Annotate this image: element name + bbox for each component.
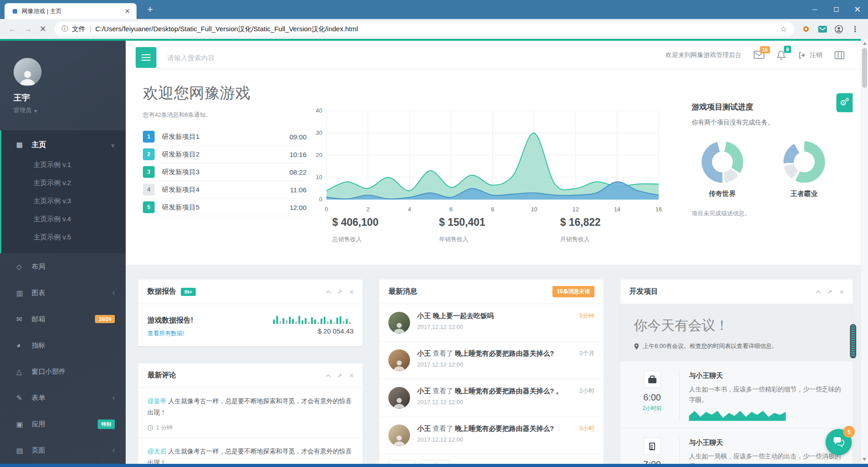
collapse-icon[interactable] [326, 290, 331, 294]
scrollbar-thumb[interactable] [862, 48, 867, 88]
profile-avatar-icon[interactable] [832, 25, 845, 33]
stat-value: $ 150,401 [439, 216, 485, 229]
task-row[interactable]: 1 研发新项目1 09:00 [143, 128, 307, 146]
search-input[interactable] [166, 47, 361, 68]
forward-button[interactable]: → [20, 21, 35, 37]
task-row[interactable]: 5 研发新项目5 12:00 [143, 199, 307, 216]
message-date: 2017.12.12 12:00 [417, 399, 574, 405]
browser-menu-icon[interactable]: ⋮ [851, 24, 859, 34]
mail-icon[interactable]: 16 [754, 51, 764, 59]
stat-label: 月销售收入 [560, 235, 601, 243]
chat-fab[interactable]: 5 [826, 429, 852, 455]
report-bars-sparkline [273, 312, 354, 324]
layout-columns-icon[interactable] [835, 51, 844, 59]
sidebar-subitem[interactable]: 主页示例 v.4 [1, 210, 126, 228]
close-icon[interactable]: × [349, 288, 354, 295]
back-button[interactable]: ← [5, 21, 20, 37]
report-headline: 游戏数据报告! [147, 316, 193, 325]
message-date: 2017.12.12 12:00 [417, 361, 574, 368]
accent-topline [0, 39, 868, 41]
extension-mail-icon[interactable] [816, 26, 829, 33]
logout-button[interactable]: 注销 [798, 51, 822, 59]
custom-scrollbar-thumb[interactable] [850, 324, 856, 358]
task-row[interactable]: 4 研发新项目4 11:06 [143, 181, 307, 199]
stop-reload-button[interactable]: ✕ [35, 21, 51, 37]
like-button[interactable]: 赞 [388, 460, 415, 464]
stat-value: $ 16,822 [560, 216, 601, 229]
window-minimize-button[interactable] [804, 0, 826, 19]
schedule-row[interactable]: 7:00 3小时前 与小王聊天 人生如一局棋，应该多一些主动的出击，少一些消极的… [620, 429, 853, 464]
task-label: 研发新项目1 [162, 133, 199, 141]
comment-user-link[interactable]: @太后 [147, 448, 166, 455]
message-row[interactable]: 小王 查看了 晚上睡觉有必要把路由器关掉么? 2017.12.12 12:00 … [379, 417, 604, 454]
svg-text:14: 14 [614, 206, 620, 213]
close-icon[interactable]: × [349, 372, 354, 379]
settings-wrench-icon[interactable] [337, 289, 343, 295]
window-close-button[interactable]: ✕ [847, 0, 868, 19]
window-maximize-button[interactable] [826, 0, 847, 19]
scroll-up-arrow[interactable] [863, 42, 867, 45]
settings-wrench-icon[interactable] [337, 372, 343, 378]
donut-label: 王者霸业 [774, 190, 835, 198]
settings-wrench-icon[interactable] [827, 289, 833, 295]
sidebar-profile: 王宇 管理员 [0, 41, 126, 130]
collapse-icon[interactable] [816, 290, 821, 294]
cards-band: 数据报告 IN+ × 游戏数据报告! 查看所有数据! $ 20 054.43 [126, 265, 861, 464]
new-tab-button[interactable]: + [144, 4, 156, 16]
latest-comments-card: 最新评论 × @皇帝 人生就像考古一样，总是要不断地探索和寻觅，才会有意外的惊喜… [138, 363, 363, 464]
card-title: 最新评论 [147, 371, 176, 380]
address-bar[interactable]: ⓘ 文件 | C:/Users/feiyuaner/Desktop/Static… [54, 22, 794, 36]
sidebar-item[interactable]: ▣ 应用 特别 [0, 411, 126, 437]
page-info-icon[interactable]: ⓘ [61, 25, 68, 33]
browser-scrollbar[interactable] [861, 39, 868, 467]
message-row[interactable]: 小王 查看了 晚上睡觉有必要把路由器关掉么? 2017.12.12 12:00 … [379, 342, 604, 379]
settings-fab[interactable]: ⚙⚙ [836, 93, 853, 112]
schedule-row[interactable]: 6:00 2小时前 与小王聊天 人生如一本书，应该多一些精彩的细节，少一些乏味的… [620, 362, 853, 429]
hamburger-menu-button[interactable] [136, 47, 156, 68]
svg-text:20: 20 [316, 152, 322, 158]
extension-orange-icon[interactable] [800, 26, 812, 32]
message-action: 查看了 [433, 349, 453, 357]
message-row[interactable]: 小王 查看了 晚上睡觉有必要把路由器关掉么? 。 2017.12.12 12:0… [379, 379, 604, 417]
tab-close-icon[interactable]: ✕ [123, 7, 132, 15]
bookmark-star-icon[interactable]: ☆ [780, 24, 787, 34]
browser-tab[interactable]: 网豫游戏 | 主页 ✕ [5, 3, 137, 19]
hero-section: 欢迎您网豫游戏 您有42条消息和6条通知。 1 研发新项目1 09:00 2 研… [126, 69, 861, 265]
sidebar-subitem[interactable]: 主页示例 v.3 [1, 192, 126, 210]
sidebar-item[interactable]: ◕ 指标 [0, 332, 126, 358]
message-body: 小王 查看了 晚上睡觉有必要把路由器关掉么? 2017.12.12 12:00 [417, 424, 574, 443]
sidebar-item[interactable]: ◇ 布局 [0, 253, 126, 280]
sidebar-subitem[interactable]: 主页示例 v.5 [1, 228, 126, 246]
svg-text:10: 10 [531, 206, 537, 213]
message-row[interactable]: 小王 晚上要一起去吃饭吗 2017.12.12 12:00 5分钟 [379, 304, 604, 342]
sales-area-chart: 0102030400246810121416 [308, 107, 663, 215]
task-row[interactable]: 3 研发新项目3 08:22 [143, 163, 307, 181]
task-row[interactable]: 2 研发新项目2 10:16 [143, 146, 307, 163]
bell-icon[interactable]: 8 [777, 50, 786, 60]
sidebar-item[interactable]: ▥ 图表 [0, 280, 126, 306]
comment-user-link[interactable]: @皇帝 [147, 397, 166, 405]
schedule-list: 6:00 2小时前 与小王聊天 人生如一本书，应该多一些精彩的细节，少一些乏味的… [620, 362, 853, 464]
sidebar-subitem[interactable]: 主页示例 v.2 [1, 174, 126, 192]
love-button[interactable]: ♥ 喜欢 [420, 460, 450, 464]
menu-icon: △ [16, 367, 32, 376]
user-role-dropdown[interactable]: 管理员 [14, 106, 126, 114]
sidebar-item[interactable]: ✉ 邮箱 16/24 [0, 306, 126, 332]
scroll-down-arrow[interactable] [863, 458, 866, 461]
sidebar-subitem[interactable]: 主页示例 v.1 [1, 156, 126, 174]
message-body: 小王 查看了 晚上睡觉有必要把路由器关掉么? 。 2017.12.12 12:0… [417, 387, 574, 405]
sidebar-item-home[interactable]: ▦ 主页 [1, 134, 126, 156]
sidebar-nav: ▦ 主页 主页示例 v.1 主页示例 v.2 主页示例 v.3 主页示例 v.4… [0, 130, 126, 467]
data-report-card: 数据报告 IN+ × 游戏数据报告! 查看所有数据! $ 20 054.43 [138, 280, 363, 346]
chat-count-badge: 5 [843, 426, 855, 438]
menu-icon: ✎ [16, 394, 32, 402]
schedule-icon [648, 378, 656, 383]
close-icon[interactable]: × [840, 288, 844, 295]
view-all-data-link[interactable]: 查看所有数据! [147, 329, 193, 338]
sidebar-item[interactable]: ✎ 表单 [0, 385, 126, 411]
sidebar-item[interactable]: △ 窗口小部件 [0, 358, 126, 385]
message-sender: 小王 [417, 312, 431, 319]
collapse-icon[interactable] [326, 374, 331, 377]
svg-text:12: 12 [572, 206, 579, 213]
sidebar-item[interactable]: ▤ 页面 [0, 437, 126, 463]
